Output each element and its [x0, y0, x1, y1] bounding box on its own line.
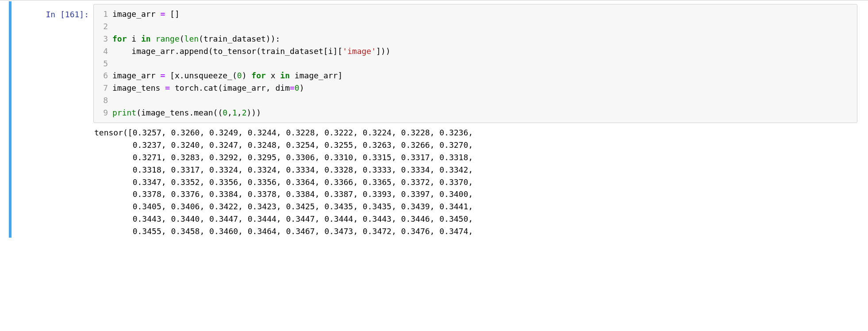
notebook-container: In [161]: 1 2 3 4 5 6 7 8 9 image_arr = … — [0, 0, 868, 238]
cell-output: tensor([0.3257, 0.3260, 0.3249, 0.3244, … — [93, 123, 857, 238]
code-input-area[interactable]: 1 2 3 4 5 6 7 8 9 image_arr = [] for i i… — [93, 4, 857, 123]
input-prompt: In [161]: — [12, 4, 93, 238]
cell-content: 1 2 3 4 5 6 7 8 9 image_arr = [] for i i… — [93, 4, 868, 238]
line-number-gutter: 1 2 3 4 5 6 7 8 9 — [94, 5, 112, 122]
code-editor[interactable]: image_arr = [] for i in range(len(train_… — [112, 5, 857, 122]
code-cell[interactable]: In [161]: 1 2 3 4 5 6 7 8 9 image_arr = … — [9, 1, 868, 238]
